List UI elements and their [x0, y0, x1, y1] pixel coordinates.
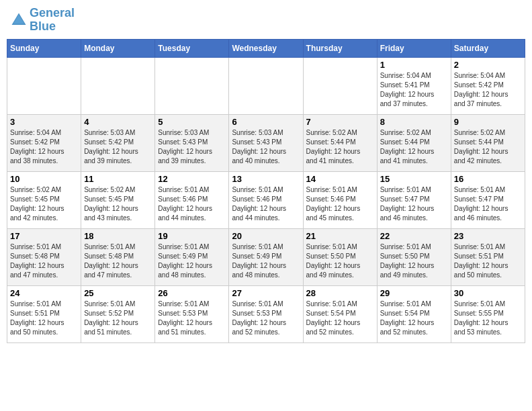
day-number: 21	[306, 231, 374, 241]
calendar-cell: 7Sunrise: 5:02 AM Sunset: 5:44 PM Daylig…	[303, 114, 377, 171]
day-info: Sunrise: 5:01 AM Sunset: 5:49 PM Dayligh…	[158, 242, 226, 280]
weekday-header-saturday: Saturday	[451, 39, 525, 57]
day-info: Sunrise: 5:01 AM Sunset: 5:51 PM Dayligh…	[454, 242, 522, 280]
day-number: 25	[84, 288, 152, 298]
day-info: Sunrise: 5:04 AM Sunset: 5:42 PM Dayligh…	[10, 128, 78, 166]
calendar-table: SundayMondayTuesdayWednesdayThursdayFrid…	[7, 39, 525, 343]
weekday-header-row: SundayMondayTuesdayWednesdayThursdayFrid…	[7, 39, 525, 57]
day-number: 27	[232, 288, 300, 298]
day-number: 8	[380, 117, 448, 127]
calendar-cell: 26Sunrise: 5:01 AM Sunset: 5:53 PM Dayli…	[155, 285, 229, 342]
week-row-1: 1Sunrise: 5:04 AM Sunset: 5:41 PM Daylig…	[7, 57, 525, 114]
day-info: Sunrise: 5:03 AM Sunset: 5:43 PM Dayligh…	[232, 128, 300, 166]
day-info: Sunrise: 5:01 AM Sunset: 5:49 PM Dayligh…	[232, 242, 300, 280]
day-number: 29	[380, 288, 448, 298]
calendar-cell	[7, 57, 81, 114]
calendar-cell: 22Sunrise: 5:01 AM Sunset: 5:50 PM Dayli…	[377, 228, 451, 285]
day-info: Sunrise: 5:01 AM Sunset: 5:46 PM Dayligh…	[232, 185, 300, 223]
calendar-cell: 5Sunrise: 5:03 AM Sunset: 5:43 PM Daylig…	[155, 114, 229, 171]
calendar-cell: 3Sunrise: 5:04 AM Sunset: 5:42 PM Daylig…	[7, 114, 81, 171]
weekday-header-thursday: Thursday	[303, 39, 377, 57]
day-number: 28	[306, 288, 374, 298]
calendar-cell: 6Sunrise: 5:03 AM Sunset: 5:43 PM Daylig…	[229, 114, 303, 171]
calendar-cell: 17Sunrise: 5:01 AM Sunset: 5:48 PM Dayli…	[7, 228, 81, 285]
day-info: Sunrise: 5:02 AM Sunset: 5:45 PM Dayligh…	[10, 185, 78, 223]
day-number: 19	[158, 231, 226, 241]
calendar-cell: 12Sunrise: 5:01 AM Sunset: 5:46 PM Dayli…	[155, 171, 229, 228]
day-info: Sunrise: 5:01 AM Sunset: 5:52 PM Dayligh…	[84, 300, 152, 337]
week-row-2: 3Sunrise: 5:04 AM Sunset: 5:42 PM Daylig…	[7, 114, 525, 171]
page-header: General Blue	[7, 7, 525, 34]
day-number: 15	[380, 174, 448, 184]
weekday-header-monday: Monday	[81, 39, 155, 57]
day-info: Sunrise: 5:01 AM Sunset: 5:50 PM Dayligh…	[380, 242, 448, 280]
svg-marker-1	[13, 14, 25, 24]
calendar-cell: 10Sunrise: 5:02 AM Sunset: 5:45 PM Dayli…	[7, 171, 81, 228]
calendar-cell: 30Sunrise: 5:01 AM Sunset: 5:55 PM Dayli…	[451, 285, 525, 342]
calendar-cell	[303, 57, 377, 114]
calendar-cell: 24Sunrise: 5:01 AM Sunset: 5:51 PM Dayli…	[7, 285, 81, 342]
calendar-cell: 21Sunrise: 5:01 AM Sunset: 5:50 PM Dayli…	[303, 228, 377, 285]
calendar-cell: 18Sunrise: 5:01 AM Sunset: 5:48 PM Dayli…	[81, 228, 155, 285]
day-number: 16	[454, 174, 522, 184]
day-number: 9	[454, 117, 522, 127]
day-number: 1	[380, 60, 448, 70]
calendar-cell	[155, 57, 229, 114]
day-number: 12	[158, 174, 226, 184]
day-number: 11	[84, 174, 152, 184]
day-info: Sunrise: 5:01 AM Sunset: 5:53 PM Dayligh…	[158, 300, 226, 337]
calendar-cell: 1Sunrise: 5:04 AM Sunset: 5:41 PM Daylig…	[377, 57, 451, 114]
calendar-cell: 9Sunrise: 5:02 AM Sunset: 5:44 PM Daylig…	[451, 114, 525, 171]
day-info: Sunrise: 5:01 AM Sunset: 5:47 PM Dayligh…	[454, 185, 522, 223]
weekday-header-tuesday: Tuesday	[155, 39, 229, 57]
calendar-cell: 8Sunrise: 5:02 AM Sunset: 5:44 PM Daylig…	[377, 114, 451, 171]
day-number: 7	[306, 117, 374, 127]
day-number: 22	[380, 231, 448, 241]
calendar-cell: 4Sunrise: 5:03 AM Sunset: 5:42 PM Daylig…	[81, 114, 155, 171]
day-number: 3	[10, 117, 78, 127]
weekday-header-friday: Friday	[377, 39, 451, 57]
calendar-cell: 15Sunrise: 5:01 AM Sunset: 5:47 PM Dayli…	[377, 171, 451, 228]
day-number: 14	[306, 174, 374, 184]
logo-text: General Blue	[30, 7, 75, 34]
calendar-cell: 2Sunrise: 5:04 AM Sunset: 5:42 PM Daylig…	[451, 57, 525, 114]
day-number: 6	[232, 117, 300, 127]
day-number: 2	[454, 60, 522, 70]
day-info: Sunrise: 5:04 AM Sunset: 5:42 PM Dayligh…	[454, 71, 522, 109]
day-info: Sunrise: 5:03 AM Sunset: 5:42 PM Dayligh…	[84, 128, 152, 166]
day-info: Sunrise: 5:01 AM Sunset: 5:48 PM Dayligh…	[84, 242, 152, 280]
day-info: Sunrise: 5:02 AM Sunset: 5:44 PM Dayligh…	[306, 128, 374, 166]
day-number: 30	[454, 288, 522, 298]
day-info: Sunrise: 5:04 AM Sunset: 5:41 PM Dayligh…	[380, 71, 448, 109]
day-info: Sunrise: 5:01 AM Sunset: 5:50 PM Dayligh…	[306, 242, 374, 280]
logo-icon	[9, 11, 28, 30]
weekday-header-sunday: Sunday	[7, 39, 81, 57]
day-number: 20	[232, 231, 300, 241]
day-number: 13	[232, 174, 300, 184]
day-number: 24	[10, 288, 78, 298]
week-row-3: 10Sunrise: 5:02 AM Sunset: 5:45 PM Dayli…	[7, 171, 525, 228]
day-info: Sunrise: 5:03 AM Sunset: 5:43 PM Dayligh…	[158, 128, 226, 166]
day-number: 17	[10, 231, 78, 241]
day-info: Sunrise: 5:01 AM Sunset: 5:54 PM Dayligh…	[306, 300, 374, 337]
calendar-cell	[229, 57, 303, 114]
day-info: Sunrise: 5:01 AM Sunset: 5:47 PM Dayligh…	[380, 185, 448, 223]
calendar-cell: 25Sunrise: 5:01 AM Sunset: 5:52 PM Dayli…	[81, 285, 155, 342]
day-number: 4	[84, 117, 152, 127]
day-info: Sunrise: 5:02 AM Sunset: 5:45 PM Dayligh…	[84, 185, 152, 223]
calendar-cell: 14Sunrise: 5:01 AM Sunset: 5:46 PM Dayli…	[303, 171, 377, 228]
calendar-cell: 11Sunrise: 5:02 AM Sunset: 5:45 PM Dayli…	[81, 171, 155, 228]
day-info: Sunrise: 5:02 AM Sunset: 5:44 PM Dayligh…	[380, 128, 448, 166]
day-info: Sunrise: 5:01 AM Sunset: 5:46 PM Dayligh…	[306, 185, 374, 223]
day-info: Sunrise: 5:01 AM Sunset: 5:46 PM Dayligh…	[158, 185, 226, 223]
logo: General Blue	[9, 7, 75, 34]
calendar-cell: 29Sunrise: 5:01 AM Sunset: 5:54 PM Dayli…	[377, 285, 451, 342]
day-number: 18	[84, 231, 152, 241]
week-row-4: 17Sunrise: 5:01 AM Sunset: 5:48 PM Dayli…	[7, 228, 525, 285]
day-info: Sunrise: 5:01 AM Sunset: 5:55 PM Dayligh…	[454, 300, 522, 337]
day-info: Sunrise: 5:01 AM Sunset: 5:48 PM Dayligh…	[10, 242, 78, 280]
day-info: Sunrise: 5:01 AM Sunset: 5:54 PM Dayligh…	[380, 300, 448, 337]
calendar-cell: 19Sunrise: 5:01 AM Sunset: 5:49 PM Dayli…	[155, 228, 229, 285]
calendar-cell	[81, 57, 155, 114]
calendar-cell: 20Sunrise: 5:01 AM Sunset: 5:49 PM Dayli…	[229, 228, 303, 285]
